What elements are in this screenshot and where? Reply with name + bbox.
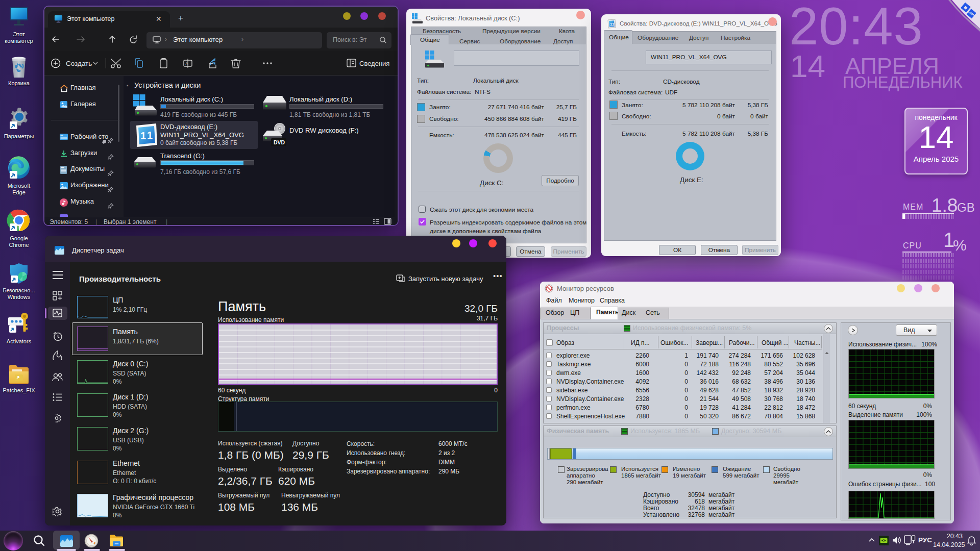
svg-text:A: A: [185, 61, 188, 66]
svg-text:11: 11: [610, 22, 615, 27]
svg-text:1: 1: [140, 130, 146, 141]
svg-text:Создать: Создать: [66, 60, 92, 67]
svg-text:Сведения: Сведения: [359, 60, 389, 67]
svg-text:DVD: DVD: [274, 139, 285, 145]
svg-text:1: 1: [147, 130, 153, 141]
